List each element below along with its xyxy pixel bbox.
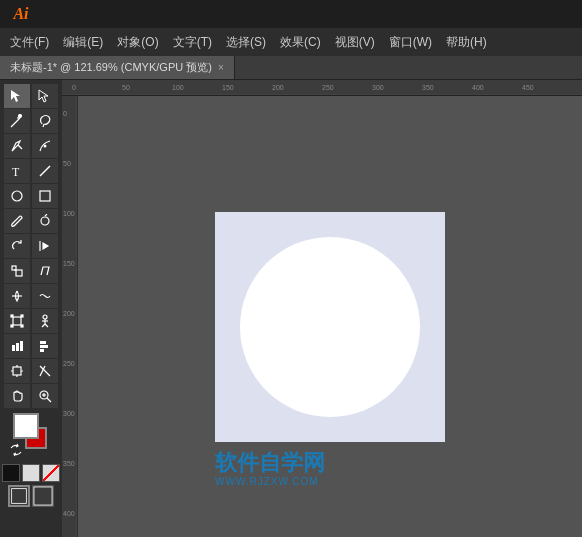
menu-window[interactable]: 窗口(W) — [383, 32, 438, 53]
type-tool[interactable]: T — [4, 159, 30, 183]
tool-row-selection — [2, 84, 60, 108]
svg-rect-30 — [12, 345, 15, 351]
hand-tool[interactable] — [4, 384, 30, 408]
vertical-ruler: 0 50 100 150 200 250 300 350 400 — [62, 96, 78, 537]
pen-tool[interactable] — [4, 134, 30, 158]
svg-rect-47 — [12, 489, 27, 504]
toolbar: T — [0, 80, 62, 537]
tool-row-wand — [2, 109, 60, 133]
main-area: T — [0, 80, 582, 537]
ellipse-tool[interactable] — [4, 184, 30, 208]
paintbrush-tool[interactable] — [4, 209, 30, 233]
svg-line-2 — [11, 118, 20, 127]
tab-title: 未标题-1* @ 121.69% (CMYK/GPU 预览) — [10, 60, 212, 75]
tool-row-type: T — [2, 159, 60, 183]
tool-row-shapes — [2, 184, 60, 208]
mini-swatch-row — [2, 464, 60, 482]
swap-colors-button[interactable] — [9, 443, 23, 457]
svg-text:350: 350 — [422, 84, 434, 91]
column-graph-tool[interactable] — [4, 334, 30, 358]
svg-text:T: T — [12, 165, 20, 178]
tool-row-warp — [2, 284, 60, 308]
free-transform-tool[interactable] — [4, 309, 30, 333]
mode-row — [8, 485, 54, 507]
svg-rect-34 — [40, 345, 48, 348]
svg-marker-1 — [39, 90, 48, 102]
menu-effect[interactable]: 效果(C) — [274, 32, 327, 53]
line-tool[interactable] — [32, 159, 58, 183]
tool-row-navigate — [2, 384, 60, 408]
slice-tool[interactable] — [32, 359, 58, 383]
svg-point-5 — [19, 115, 22, 118]
fill-none-button[interactable] — [42, 464, 60, 482]
magic-wand-tool[interactable] — [4, 109, 30, 133]
tool-row-brush — [2, 209, 60, 233]
svg-rect-20 — [13, 317, 21, 325]
svg-rect-32 — [20, 341, 23, 351]
watermark-title: 软件自学网 — [215, 451, 325, 475]
zoom-tool[interactable] — [32, 384, 58, 408]
curvature-tool[interactable] — [32, 134, 58, 158]
svg-rect-22 — [21, 315, 23, 317]
horizontal-ruler: 0 50 100 150 200 250 300 350 400 450 — [62, 80, 582, 96]
menu-select[interactable]: 选择(S) — [220, 32, 272, 53]
svg-text:100: 100 — [172, 84, 184, 91]
svg-text:250: 250 — [322, 84, 334, 91]
svg-marker-15 — [43, 243, 48, 249]
menu-file[interactable]: 文件(F) — [4, 32, 55, 53]
scale-tool[interactable] — [4, 259, 30, 283]
menu-view[interactable]: 视图(V) — [329, 32, 381, 53]
watermark: 软件自学网 WWW.RJZXW.COM — [215, 451, 325, 486]
watermark-url: WWW.RJZXW.COM — [215, 476, 325, 487]
svg-text:150: 150 — [63, 260, 75, 267]
tool-row-pen — [2, 134, 60, 158]
svg-text:200: 200 — [272, 84, 284, 91]
warp-tool[interactable] — [32, 284, 58, 308]
svg-point-25 — [43, 315, 47, 319]
svg-line-14 — [45, 214, 47, 216]
svg-line-10 — [40, 166, 50, 176]
svg-line-29 — [45, 324, 48, 327]
svg-line-7 — [18, 145, 22, 149]
direct-select-tool[interactable] — [32, 84, 58, 108]
fullscreen-mode-button[interactable] — [32, 485, 54, 507]
svg-text:100: 100 — [63, 210, 75, 217]
document-tab[interactable]: 未标题-1* @ 121.69% (CMYK/GPU 预览) × — [0, 56, 235, 79]
svg-point-11 — [12, 191, 22, 201]
tool-row-freetransform — [2, 309, 60, 333]
svg-rect-17 — [12, 266, 16, 270]
canvas-area: 0 50 100 150 200 250 300 350 400 450 0 — [62, 80, 582, 537]
app-logo: Ai — [6, 5, 36, 23]
puppet-warp-tool[interactable] — [32, 309, 58, 333]
tab-close-button[interactable]: × — [218, 62, 224, 73]
svg-point-13 — [41, 217, 49, 225]
fill-black-button[interactable] — [2, 464, 20, 482]
reflect-tool[interactable] — [32, 234, 58, 258]
menu-object[interactable]: 对象(O) — [111, 32, 164, 53]
bar-graph-tool[interactable] — [32, 334, 58, 358]
svg-rect-21 — [11, 315, 13, 317]
select-tool[interactable] — [4, 84, 30, 108]
foreground-color-swatch[interactable] — [13, 413, 39, 439]
svg-text:350: 350 — [63, 460, 75, 467]
shear-tool[interactable] — [32, 259, 58, 283]
blob-brush-tool[interactable] — [32, 209, 58, 233]
menu-edit[interactable]: 编辑(E) — [57, 32, 109, 53]
fill-white-button[interactable] — [22, 464, 40, 482]
svg-line-44 — [47, 398, 51, 402]
menu-bar: 文件(F) 编辑(E) 对象(O) 文字(T) 选择(S) 效果(C) 视图(V… — [0, 28, 582, 56]
circle-shape — [240, 237, 420, 417]
svg-rect-24 — [21, 325, 23, 327]
menu-help[interactable]: 帮助(H) — [440, 32, 493, 53]
svg-text:0: 0 — [63, 110, 67, 117]
svg-rect-48 — [34, 487, 52, 505]
width-tool[interactable] — [4, 284, 30, 308]
rotate-tool[interactable] — [4, 234, 30, 258]
svg-rect-33 — [40, 341, 46, 344]
tool-row-artboard — [2, 359, 60, 383]
artboard-tool[interactable] — [4, 359, 30, 383]
lasso-tool[interactable] — [32, 109, 58, 133]
normal-mode-button[interactable] — [8, 485, 30, 507]
menu-text[interactable]: 文字(T) — [167, 32, 218, 53]
rectangle-tool[interactable] — [32, 184, 58, 208]
